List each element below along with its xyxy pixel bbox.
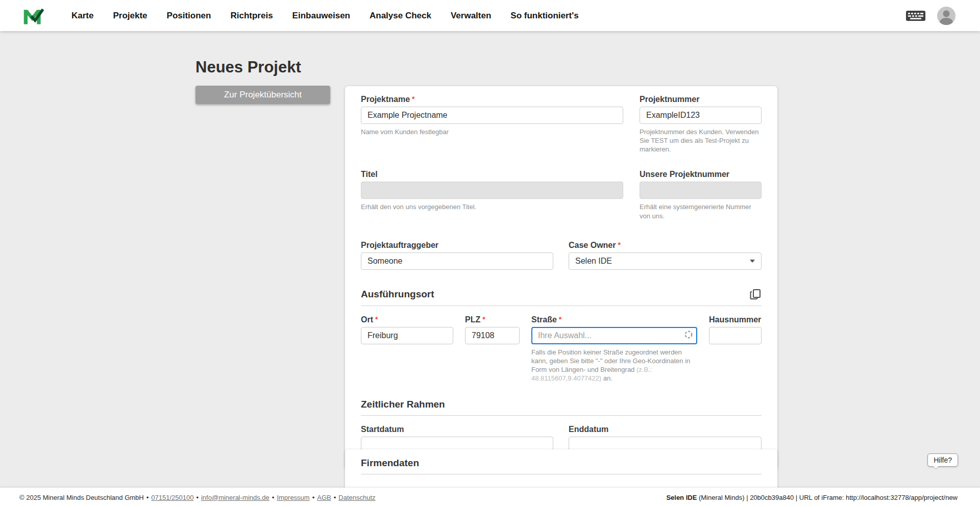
enddatum-label-text: Enddatum (569, 424, 608, 435)
hausnummer-field: Hausnummer (709, 314, 762, 383)
required-asterisk: * (618, 239, 620, 250)
projektnummer-input[interactable] (640, 107, 762, 124)
loading-spinner-icon (684, 330, 693, 339)
footer-session-info: Selen IDE (Mineral Minds) | 20b0cb39a840… (666, 494, 958, 501)
titel-label: Titel (361, 169, 623, 180)
separator-dot: • (146, 494, 149, 501)
session-user: Selen IDE (666, 494, 697, 501)
separator-dot: • (334, 494, 336, 501)
projektnummer-hint: Projektnummer des Kunden. Verwenden Sie … (640, 128, 762, 154)
projektname-field: Projektname * Name vom Kunden festlegbar (361, 94, 623, 154)
strasse-field: Straße * Falls die Position keiner Straß… (531, 314, 697, 383)
projektauftraggeber-label: Projektauftraggeber (361, 240, 553, 251)
nav-item-projekte[interactable]: Projekte (113, 11, 147, 21)
hausnummer-label-text: Hausnummer (709, 314, 761, 325)
projektnummer-label: Projektnummer (640, 94, 762, 105)
help-button[interactable]: Hilfe? (927, 453, 958, 467)
titel-hint: Erhält den von uns vorgegebenen Titel. (361, 202, 623, 211)
strasse-label-text: Straße (531, 314, 557, 325)
plz-input[interactable] (465, 327, 520, 344)
strasse-input[interactable] (531, 327, 697, 344)
required-asterisk: * (412, 93, 414, 105)
ort-label: Ort * (361, 314, 453, 325)
startdatum-label-text: Startdatum (361, 424, 404, 435)
nav-item-karte[interactable]: Karte (71, 11, 93, 21)
required-asterisk: * (482, 314, 485, 325)
main-menu: Karte Projekte Positionen Richtpreis Ein… (71, 11, 579, 21)
ort-label-text: Ort (361, 314, 373, 325)
nav-item-verwalten[interactable]: Verwalten (451, 11, 491, 21)
required-asterisk: * (559, 314, 561, 325)
strasse-hint-suffix: an. (601, 374, 612, 382)
ausfuehrungsort-section-header: Ausführungsort (361, 288, 762, 300)
nav-item-richtpreis[interactable]: Richtpreis (230, 11, 273, 21)
user-avatar-icon[interactable] (937, 7, 955, 25)
case-owner-field: Case Owner * Selen IDE (569, 240, 762, 270)
titel-field: Titel Erhält den von uns vorgegebenen Ti… (361, 169, 623, 220)
projektauftraggeber-field: Projektauftraggeber (361, 240, 553, 270)
required-asterisk: * (375, 314, 378, 325)
titel-label-text: Titel (361, 169, 378, 180)
case-owner-select[interactable]: Selen IDE (569, 252, 762, 270)
ort-field: Ort * (361, 314, 453, 383)
case-owner-label-text: Case Owner (569, 240, 616, 251)
projektname-hint: Name vom Kunden festlegbar (361, 128, 623, 136)
case-owner-label: Case Owner * (569, 240, 762, 251)
separator-dot: • (272, 494, 275, 501)
firmendaten-divider (361, 474, 762, 474)
ort-input[interactable] (361, 327, 453, 344)
phone-link[interactable]: 07151/250100 (151, 494, 193, 501)
case-owner-selected-value: Selen IDE (575, 257, 612, 266)
projektname-input[interactable] (361, 107, 623, 124)
form-row-address: Ort * PLZ * Straße * (361, 314, 762, 383)
back-to-project-overview-button[interactable]: Zur Projektübersicht (195, 86, 330, 104)
footer-links: © 2025 Mineral Minds Deutschland GmbH • … (19, 494, 376, 501)
strasse-input-wrapper (531, 325, 697, 344)
zeitlicher-rahmen-divider (361, 415, 762, 416)
separator-dot: • (312, 494, 315, 501)
impressum-link[interactable]: Impressum (277, 494, 309, 501)
nav-item-positionen[interactable]: Positionen (167, 11, 211, 21)
hausnummer-label: Hausnummer (709, 314, 762, 325)
chevron-down-icon (750, 260, 755, 263)
keyboard-icon[interactable] (905, 9, 926, 23)
nav-item-so-funktionierts[interactable]: So funktioniert's (510, 11, 578, 21)
datenschutz-link[interactable]: Datenschutz (338, 494, 375, 501)
email-link[interactable]: info@mineral-minds.de (201, 494, 270, 501)
form-row-titel: Titel Erhält den von uns vorgegebenen Ti… (361, 169, 762, 220)
navbar-actions (905, 7, 955, 25)
copy-icon[interactable] (749, 288, 762, 300)
titel-input (361, 182, 623, 199)
strasse-label: Straße * (531, 314, 697, 325)
hausnummer-input[interactable] (709, 327, 762, 344)
startdatum-label: Startdatum (361, 424, 553, 435)
projektnummer-field: Projektnummer Projektnummer des Kunden. … (640, 94, 762, 154)
projektname-label: Projektname * (361, 94, 623, 105)
top-navbar: Karte Projekte Positionen Richtpreis Ein… (0, 0, 980, 31)
unsere-projektnummer-input (640, 182, 762, 199)
page-footer: © 2025 Mineral Minds Deutschland GmbH • … (0, 488, 980, 507)
agb-link[interactable]: AGB (317, 494, 331, 501)
projektname-label-text: Projektname (361, 94, 410, 105)
plz-field: PLZ * (465, 314, 520, 383)
projektauftraggeber-input[interactable] (361, 252, 553, 270)
ausfuehrungsort-divider (361, 306, 762, 306)
nav-item-analyse-check[interactable]: Analyse Check (370, 11, 431, 21)
session-details: (Mineral Minds) | 20b0cb39a840 | URL of … (697, 494, 958, 501)
strasse-hint: Falls die Position keiner Straße zugeord… (531, 348, 697, 383)
mineral-minds-logo[interactable] (22, 6, 44, 26)
unsere-projektnummer-hint: Erhält eine systemgenerierte Nummer von … (640, 202, 762, 220)
plz-label: PLZ * (465, 314, 520, 325)
form-row-name-number: Projektname * Name vom Kunden festlegbar… (361, 94, 762, 154)
projektnummer-label-text: Projektnummer (640, 94, 699, 105)
nav-item-einbauweisen[interactable]: Einbauweisen (292, 11, 350, 21)
strasse-hint-main: Falls die Position keiner Straße zugeord… (531, 348, 690, 373)
copyright-text: © 2025 Mineral Minds Deutschland GmbH (19, 494, 144, 501)
unsere-projektnummer-field: Unsere Projektnummer Erhält eine systemg… (640, 169, 762, 220)
projektauftraggeber-label-text: Projektauftraggeber (361, 240, 438, 251)
form-row-auftraggeber: Projektauftraggeber Case Owner * Selen I… (361, 240, 762, 270)
enddatum-label: Enddatum (569, 424, 762, 435)
ausfuehrungsort-heading: Ausführungsort (361, 289, 434, 300)
zeitlicher-rahmen-heading: Zeitlicher Rahmen (361, 399, 445, 410)
unsere-projektnummer-label: Unsere Projektnummer (640, 169, 762, 180)
